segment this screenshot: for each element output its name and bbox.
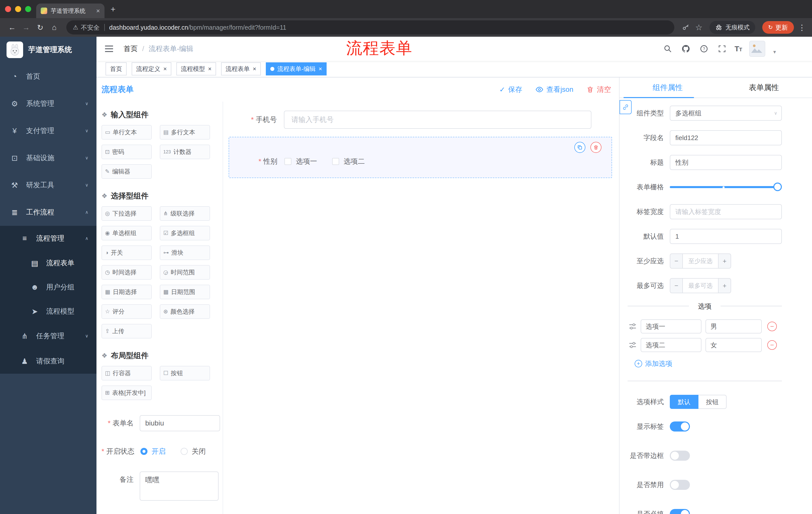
palette-item-date-picker[interactable]: ▦日期选择 — [102, 285, 152, 299]
palette-item-switch[interactable]: ◑开关 — [102, 245, 152, 260]
new-tab-button[interactable]: + — [111, 4, 116, 14]
clear-button[interactable]: 清空 — [586, 85, 611, 94]
palette-item-table[interactable]: ⊞表格[开发中] — [102, 385, 152, 400]
home-button[interactable]: ⌂ — [47, 20, 61, 34]
option-label-input[interactable] — [641, 338, 701, 352]
browser-menu-icon[interactable]: ⋮ — [797, 23, 807, 32]
password-key-icon[interactable] — [679, 21, 692, 34]
status-on-radio[interactable]: 开启 — [140, 447, 166, 456]
avatar[interactable] — [749, 41, 765, 57]
palette-item-dropdown[interactable]: ◎下拉选择 — [102, 206, 152, 221]
sidebar-item-leave-query[interactable]: ♟ 请假查询 — [0, 349, 96, 374]
tag-process-form[interactable]: 流程表单 × — [221, 62, 261, 76]
style-default-button[interactable]: 默认 — [670, 395, 698, 409]
default-value-input[interactable] — [670, 229, 782, 244]
breadcrumb-home-link[interactable]: 首页 — [124, 44, 138, 54]
palette-item-editor[interactable]: ✎编辑器 — [102, 164, 152, 179]
minimize-window-button[interactable] — [15, 6, 21, 12]
palette-item-cascader[interactable]: ⋔级联选择 — [160, 206, 210, 221]
close-window-button[interactable] — [5, 6, 11, 12]
sidebar-item-infrastructure[interactable]: ⊡ 基础设施 ∨ — [0, 144, 96, 171]
tag-process-model[interactable]: 流程模型 × — [176, 62, 216, 76]
tab-component-props[interactable]: 组件属性 — [619, 77, 716, 98]
remove-option-button[interactable]: − — [767, 322, 777, 331]
palette-item-upload[interactable]: ⇪上传 — [102, 324, 152, 339]
palette-item-row-container[interactable]: ◫行容器 — [102, 366, 152, 380]
plus-button[interactable]: + — [718, 278, 731, 293]
show-label-toggle[interactable] — [670, 422, 690, 432]
close-icon[interactable]: × — [253, 65, 256, 73]
address-bar[interactable]: ⚠ 不安全 dashboard.yudao.iocoder.cn /bpm/ma… — [66, 20, 674, 34]
drag-handle-icon[interactable] — [629, 323, 637, 330]
sidebar-item-process-model[interactable]: ➤ 流程模型 — [0, 299, 96, 323]
palette-item-single-text[interactable]: ▭单行文本 — [102, 125, 152, 140]
required-toggle[interactable] — [670, 509, 690, 514]
bookmark-star-icon[interactable]: ☆ — [692, 21, 705, 34]
help-icon[interactable]: ? — [698, 43, 709, 54]
palette-item-counter[interactable]: 123计数器 — [160, 144, 210, 159]
forward-button[interactable]: → — [19, 20, 33, 34]
component-type-select[interactable]: 多选框组 ∨ — [670, 106, 782, 121]
style-button-button[interactable]: 按钮 — [698, 395, 727, 409]
hamburger-icon[interactable] — [104, 43, 115, 54]
add-option-button[interactable]: + 添加选项 — [635, 359, 812, 368]
canvas-phone-field[interactable]: 手机号 — [229, 107, 612, 133]
form-name-input[interactable] — [140, 415, 220, 431]
field-name-input[interactable] — [670, 130, 782, 145]
fullscreen-icon[interactable] — [717, 43, 728, 54]
canvas-gender-field-selected[interactable]: 性别 选项一 选项二 — [229, 137, 612, 178]
save-button[interactable]: ✓ 保存 — [499, 85, 522, 94]
search-icon[interactable] — [662, 43, 673, 54]
browser-update-button[interactable]: ↻ 更新 — [762, 21, 794, 34]
zoom-window-button[interactable] — [25, 6, 31, 12]
minus-button[interactable]: − — [670, 253, 683, 269]
close-icon[interactable]: × — [208, 65, 211, 73]
palette-item-date-range[interactable]: ▩日期范围 — [160, 285, 210, 299]
gender-option-1[interactable]: 选项一 — [284, 157, 317, 166]
palette-item-password[interactable]: ⊡密码 — [102, 144, 152, 159]
sidebar-item-payment[interactable]: ¥ 支付管理 ∨ — [0, 117, 96, 144]
border-toggle[interactable] — [670, 451, 690, 461]
copy-field-button[interactable] — [574, 142, 585, 153]
label-width-input[interactable] — [670, 204, 782, 219]
palette-item-time-picker[interactable]: ◷时间选择 — [102, 265, 152, 280]
sidebar-logo[interactable]: 芋道管理系统 — [0, 37, 96, 63]
sidebar-item-devtools[interactable]: ⚒ 研发工具 ∨ — [0, 171, 96, 199]
sidebar-item-workflow[interactable]: ≣ 工作流程 ∧ — [0, 199, 96, 226]
sidebar-item-process-form[interactable]: ▤ 流程表单 — [0, 251, 96, 275]
drag-handle-icon[interactable] — [629, 341, 637, 349]
close-icon[interactable]: × — [319, 65, 322, 73]
tag-process-form-edit[interactable]: 流程表单-编辑 × — [266, 62, 327, 76]
github-icon[interactable] — [680, 43, 691, 54]
reload-button[interactable]: ↻ — [33, 20, 47, 34]
form-remark-textarea[interactable]: 嘿嘿 — [140, 471, 219, 501]
palette-item-time-range[interactable]: ◶时间范围 — [160, 265, 210, 280]
view-json-button[interactable]: 查看json — [535, 85, 573, 94]
title-input[interactable] — [670, 155, 782, 170]
option-label-input[interactable] — [641, 319, 701, 333]
link-tag-button[interactable] — [619, 100, 632, 114]
palette-item-button[interactable]: ☐按钮 — [160, 366, 210, 380]
slider-handle[interactable] — [773, 183, 782, 191]
remove-option-button[interactable]: − — [767, 340, 777, 350]
max-select-input[interactable] — [683, 278, 718, 293]
palette-item-slider[interactable]: ⊶滑块 — [160, 245, 210, 260]
sidebar-item-task-management[interactable]: ⋔ 任务管理 ∨ — [0, 323, 96, 349]
delete-field-button[interactable] — [590, 142, 602, 153]
caret-down-icon[interactable]: ▼ — [772, 50, 777, 55]
sidebar-item-system[interactable]: ⚙ 系统管理 ∨ — [0, 90, 96, 117]
close-icon[interactable]: × — [163, 65, 167, 73]
tab-form-props[interactable]: 表单属性 — [716, 77, 812, 98]
minus-button[interactable]: − — [670, 278, 683, 293]
palette-item-checkbox-group[interactable]: ☑多选框组 — [160, 226, 210, 240]
plus-button[interactable]: + — [718, 253, 731, 269]
close-tab-icon[interactable]: × — [96, 7, 100, 15]
gender-option-2[interactable]: 选项二 — [332, 157, 365, 166]
disabled-toggle[interactable] — [670, 480, 690, 490]
status-off-radio[interactable]: 关闭 — [181, 447, 206, 456]
grid-slider[interactable] — [670, 180, 782, 195]
back-button[interactable]: ← — [5, 20, 19, 34]
tag-home[interactable]: 首页 — [106, 62, 127, 76]
palette-item-multi-text[interactable]: ▤多行文本 — [160, 125, 210, 140]
option-value-input[interactable] — [705, 319, 762, 333]
